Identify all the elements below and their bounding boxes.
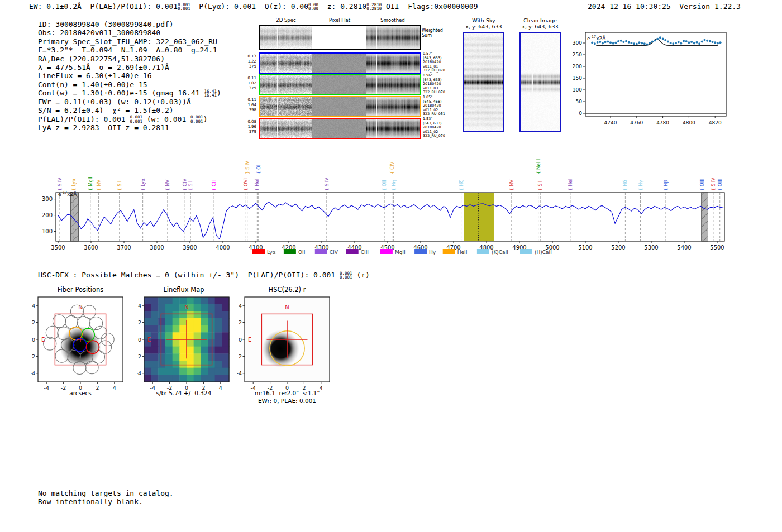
heatmap-cell — [201, 361, 208, 368]
y-tick-label: 100 — [42, 228, 53, 234]
weighted-sum-row-2dspec — [260, 26, 312, 49]
fiber-meta-value: 322_RU_070 — [423, 69, 456, 73]
heatmap-cell — [173, 375, 180, 382]
spectrum-data-point — [698, 42, 700, 45]
heatmap-cell — [158, 311, 165, 318]
emission-line-label: { Hγ — [638, 180, 643, 191]
legend-swatch — [284, 249, 296, 254]
spectrum-data-point — [612, 42, 614, 45]
heatmap-cell — [179, 375, 187, 382]
fiber-weight-value: 1.96 — [234, 124, 256, 130]
y-tick-label: 300 — [42, 196, 53, 202]
x-tick-label: 4000 — [216, 245, 230, 251]
fiber-weight-value: 1.02 — [234, 81, 256, 86]
y-tick-label: 300 — [573, 40, 582, 46]
heatmap-cell — [179, 368, 187, 375]
heatmap-cell — [151, 311, 159, 318]
info-line-1-text: ID: 3000899840 (3000899840.pdf) — [38, 20, 174, 28]
x-tick-label: 4780 — [656, 120, 669, 126]
heatmap-cell — [151, 318, 159, 325]
heatmap-cell — [215, 361, 222, 368]
info-line-4-text: F=*3.2"* T=0.094 N=1.09 A=0.80 g=24.1 — [38, 46, 217, 54]
legend-label: (H)CaII — [535, 250, 552, 255]
heatmap-cell — [158, 347, 165, 354]
heatmap-cell — [151, 332, 159, 339]
heatmap-cell — [215, 368, 222, 375]
heatmap-cell — [222, 353, 229, 361]
heatmap-cell — [165, 318, 173, 325]
heatmap-cell — [194, 325, 201, 333]
column-header-pixel-flat: Pixel Flat — [312, 17, 368, 23]
full-spectrum-plot: 3500360037003800390040004100420043004400… — [34, 150, 748, 261]
spectrum-data-point — [688, 41, 690, 44]
heatmap-cell — [179, 332, 187, 339]
heatmap-cell — [222, 347, 229, 354]
info-line-1: ID: 3000899840 (3000899840.pdf) — [38, 20, 221, 28]
fiber-positions-plot: -4-4-2-2002244NE — [31, 293, 134, 391]
info-line-12: P(LAE)/P(OII): 0.001 0.0010.001 (w: 0.00… — [38, 115, 221, 124]
y-tick-label: 250 — [573, 52, 582, 57]
y-tick-label: 4 — [32, 303, 35, 309]
x-tick-label: 5200 — [611, 245, 625, 251]
spectrum-line — [58, 202, 724, 239]
flux-units-annotation: e-17x2Å — [587, 35, 606, 41]
line-fit-zoom-plot: 05010015020025030047404760478048004820e-… — [570, 28, 737, 131]
info-line-12-uncertainty: 0.0010.001 — [130, 115, 142, 123]
y-tick-label: -4 — [237, 370, 242, 376]
heatmap-cell — [173, 347, 180, 354]
fiber-row-4-2dspec — [260, 119, 312, 138]
heatmap-cell — [165, 347, 173, 354]
heatmap-cell — [151, 325, 159, 333]
spectrum-data-point — [643, 42, 646, 45]
info-line-12-lower: 0.001 — [130, 119, 142, 124]
heatmap-cell — [179, 361, 187, 368]
fiber-weight-value: 1.22 — [234, 59, 256, 64]
heatmap-cell — [179, 297, 187, 304]
legend-swatch — [477, 249, 489, 254]
legend-swatch — [414, 249, 427, 254]
heatmap-cell — [215, 325, 222, 333]
heatmap-cell — [173, 332, 180, 339]
heatmap-cell — [144, 297, 151, 304]
hsc-dex-uncertainty: 0.0010.001 — [340, 271, 352, 280]
x-tick-label: 5500 — [710, 245, 724, 251]
fiber-meta-value: 322_RU_070 — [423, 90, 456, 95]
heatmap-cell — [222, 368, 229, 375]
fiber-row-2 — [259, 74, 421, 95]
heatmap-cell — [165, 353, 173, 361]
spectrum-data-point — [690, 41, 693, 43]
y-tick-label: 2 — [138, 319, 141, 325]
emission-line-label: { OII — [382, 180, 387, 191]
y-tick-label: -4 — [31, 370, 35, 376]
fiber-row-4-pixelflat — [312, 119, 366, 138]
info-line-11: S/N = 6.2(±0.4) χ² = 1.5(±0.2) — [38, 106, 221, 114]
clean-image-cutout-image — [521, 33, 560, 131]
emission-line-label: { OIII — [717, 179, 723, 191]
weighted-sum-row-pixelflat — [312, 26, 366, 49]
header-summary-lower: 0.2810 — [366, 7, 382, 11]
heatmap-cell — [173, 353, 180, 361]
heatmap-cell — [179, 347, 187, 354]
heatmap-cell — [215, 297, 222, 304]
spectrum-data-point — [685, 40, 688, 42]
spectrum-data-point — [659, 36, 661, 39]
heatmap-cell — [208, 375, 215, 382]
emission-line-label: { Lyα — [140, 178, 146, 191]
heatmap-cell — [208, 297, 215, 304]
legend-label: HeII — [457, 250, 468, 255]
emission-line-label: { HeII — [568, 177, 573, 191]
lineflux-map-plot: -4-4-2-2002244NE — [137, 293, 240, 391]
info-line-8-text: Cont(n) = 1.40(±0.00)e-15 — [38, 80, 147, 89]
heatmap-cell — [144, 368, 151, 375]
y-tick-label: 4 — [138, 303, 141, 309]
heatmap-cell — [215, 318, 222, 325]
heatmap-cell — [179, 325, 187, 333]
fiber-row-4-smoothed — [366, 119, 420, 138]
y-tick-label: 100 — [573, 87, 582, 93]
spectrum-data-point — [693, 42, 695, 44]
weighted-label-line2: Sum — [422, 33, 443, 38]
heatmap-cell — [194, 347, 201, 354]
heatmap-cell — [144, 311, 151, 318]
heatmap-cell — [158, 318, 165, 325]
emission-line-label: { Lyα — [71, 178, 77, 191]
